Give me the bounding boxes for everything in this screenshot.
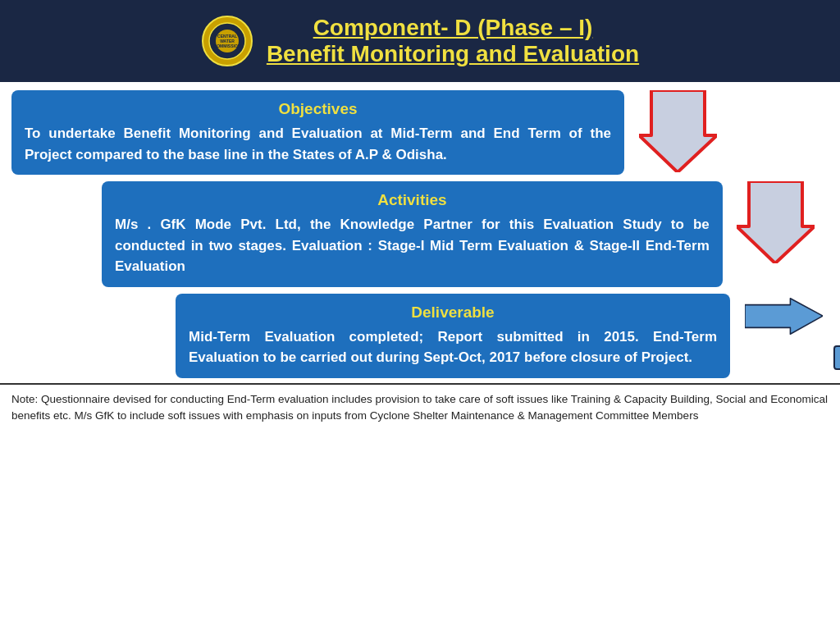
deliverable-section: Deliverable Mid-Term Evaluation complete… <box>176 294 730 378</box>
activities-section: Activities M/s . GfK Mode Pvt. Ltd, the … <box>102 181 723 287</box>
header-title-2: Benefit Monitoring and Evaluation <box>267 41 639 67</box>
deliverable-row: Deliverable Mid-Term Evaluation complete… <box>11 294 829 378</box>
main-content: Objectives To undertake Benefit Monitori… <box>0 82 840 383</box>
click-area: Click <box>738 294 829 345</box>
header-title-1: Component- D (Phase – I) <box>313 15 593 41</box>
note-text: Note: Questionnaire devised for conducti… <box>11 393 828 422</box>
activities-body: M/s . GfK Mode Pvt. Ltd, the Knowledge P… <box>115 214 710 277</box>
logo: CENTRAL WATER COMMISSION <box>201 15 253 67</box>
activities-row: Activities M/s . GfK Mode Pvt. Ltd, the … <box>11 181 829 287</box>
svg-marker-6 <box>639 90 717 172</box>
click-button[interactable]: Click <box>833 345 840 370</box>
arrow-down-1-container <box>632 90 723 172</box>
note-section: Note: Questionnaire devised for conducti… <box>0 383 840 431</box>
arrow-down-1-svg <box>639 90 717 172</box>
objectives-row: Objectives To undertake Benefit Monitori… <box>11 90 829 175</box>
objectives-title: Objectives <box>25 100 611 118</box>
objectives-body: To undertake Benefit Monitoring and Eval… <box>25 123 611 165</box>
arrow-right-svg <box>745 294 823 339</box>
objectives-section: Objectives To undertake Benefit Monitori… <box>11 90 624 175</box>
deliverable-title: Deliverable <box>189 304 717 322</box>
svg-text:COMMISSION: COMMISSION <box>213 43 240 48</box>
arrow-down-2-svg <box>737 181 815 263</box>
deliverable-body: Mid-Term Evaluation completed; Report su… <box>189 326 717 368</box>
header-text: Component- D (Phase – I) Benefit Monitor… <box>267 15 639 67</box>
svg-marker-8 <box>745 298 823 334</box>
header: CENTRAL WATER COMMISSION Component- D (P… <box>0 0 840 82</box>
arrow-down-2-container <box>731 181 821 263</box>
activities-title: Activities <box>115 191 710 209</box>
svg-marker-7 <box>737 181 815 263</box>
